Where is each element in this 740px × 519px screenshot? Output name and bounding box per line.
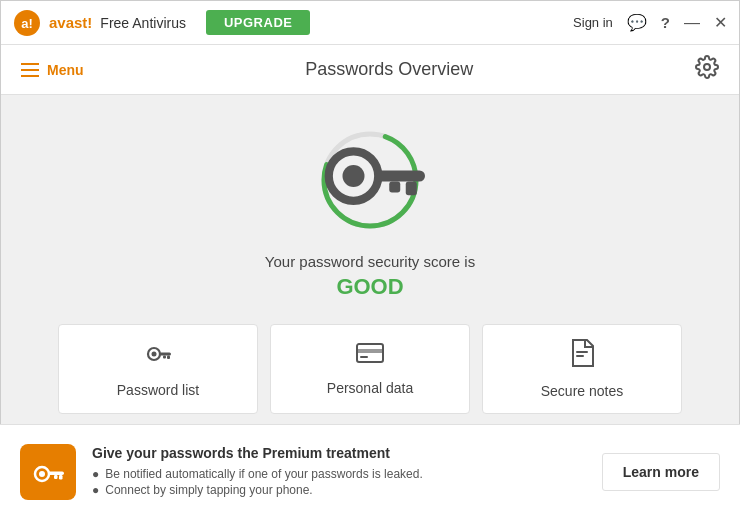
- bullet1-dot: ●: [92, 467, 99, 481]
- avast-logo-icon: a!: [13, 9, 41, 37]
- upgrade-button[interactable]: UPGRADE: [206, 10, 311, 35]
- promo-title: Give your passwords the Premium treatmen…: [92, 445, 586, 461]
- svg-rect-8: [406, 182, 417, 196]
- svg-rect-17: [360, 356, 368, 358]
- logo-text: avast!: [49, 14, 92, 31]
- svg-rect-18: [576, 351, 588, 353]
- bullet2-dot: ●: [92, 483, 99, 497]
- score-circle: [315, 125, 425, 235]
- svg-rect-14: [163, 356, 166, 359]
- help-icon[interactable]: ?: [661, 14, 670, 31]
- bullet1-text: Be notified automatically if one of your…: [105, 467, 423, 481]
- chat-icon[interactable]: 💬: [627, 13, 647, 32]
- key-icon: [315, 121, 425, 239]
- promo-text: Give your passwords the Premium treatmen…: [92, 445, 586, 499]
- promo-bullet1: ● Be notified automatically if one of yo…: [92, 467, 586, 481]
- promo-bullet2: ● Connect by simply tapping your phone.: [92, 483, 586, 497]
- svg-point-2: [704, 64, 710, 70]
- secure-notes-label: Secure notes: [541, 383, 624, 399]
- close-button[interactable]: ✕: [714, 13, 727, 32]
- score-text: Your password security score is: [265, 253, 475, 270]
- svg-rect-22: [48, 472, 64, 476]
- secure-notes-card[interactable]: Secure notes: [482, 324, 682, 414]
- personal-data-card[interactable]: Personal data: [270, 324, 470, 414]
- minimize-icon[interactable]: —: [684, 14, 700, 32]
- svg-rect-23: [59, 475, 63, 480]
- svg-rect-19: [576, 355, 584, 357]
- title-bar-right: Sign in 💬 ? — ✕: [573, 13, 727, 32]
- sign-in-link[interactable]: Sign in: [573, 15, 613, 30]
- svg-point-6: [343, 165, 365, 187]
- title-bar: a! avast! Free Antivirus UPGRADE Sign in…: [1, 1, 739, 45]
- promo-bar: Give your passwords the Premium treatmen…: [0, 424, 740, 519]
- nav-bar: Menu Passwords Overview: [1, 45, 739, 95]
- svg-point-11: [152, 352, 157, 357]
- personal-data-label: Personal data: [327, 380, 413, 396]
- promo-icon: [20, 444, 76, 500]
- main-content: Your password security score is GOOD Pas…: [1, 95, 739, 425]
- svg-rect-9: [389, 182, 400, 193]
- menu-label: Menu: [47, 62, 84, 78]
- settings-icon-button[interactable]: [695, 55, 719, 84]
- svg-rect-16: [357, 349, 383, 353]
- password-list-label: Password list: [117, 382, 199, 398]
- cards-row: Password list Personal data: [38, 324, 702, 414]
- menu-button[interactable]: Menu: [21, 62, 84, 78]
- svg-text:a!: a!: [21, 16, 33, 31]
- svg-rect-7: [376, 171, 426, 182]
- logo-area: a! avast! Free Antivirus: [13, 9, 186, 37]
- password-list-card[interactable]: Password list: [58, 324, 258, 414]
- card-card-icon: [356, 342, 384, 370]
- learn-more-button[interactable]: Learn more: [602, 453, 720, 491]
- svg-point-21: [39, 471, 45, 477]
- note-card-icon: [570, 339, 594, 373]
- score-value: GOOD: [336, 274, 403, 300]
- app-name-label: Free Antivirus: [100, 15, 186, 31]
- hamburger-icon: [21, 63, 39, 77]
- svg-rect-24: [54, 475, 58, 479]
- page-title: Passwords Overview: [84, 59, 695, 80]
- key-card-icon: [145, 340, 171, 372]
- svg-rect-12: [159, 353, 171, 356]
- bullet2-text: Connect by simply tapping your phone.: [105, 483, 312, 497]
- svg-rect-13: [167, 356, 170, 360]
